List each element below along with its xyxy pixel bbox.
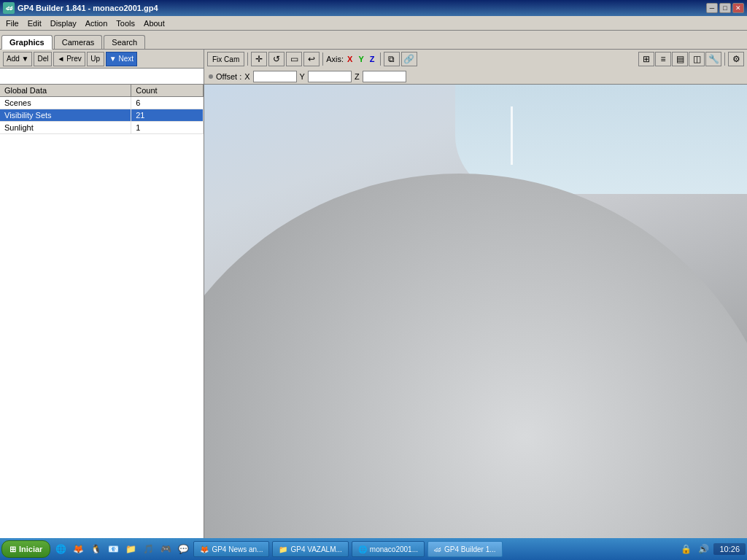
taskbar-item-2-label: GP4 VAZALM... bbox=[290, 545, 341, 553]
taskbar-item-3[interactable]: 🌐 monaco2001... bbox=[352, 541, 425, 557]
taskbar-item-2[interactable]: 📁 GP4 VAZALM... bbox=[272, 541, 348, 557]
taskbar-icon-8[interactable]: 💬 bbox=[176, 542, 190, 556]
app-icon: 🏎 bbox=[3, 2, 15, 14]
menu-display[interactable]: Display bbox=[46, 18, 81, 29]
undo-icon[interactable]: ↩ bbox=[303, 52, 320, 66]
detail-line bbox=[511, 106, 513, 165]
viewport[interactable] bbox=[204, 85, 747, 538]
camera-toolbar: Fix Cam ✛ ↺ ▭ ↩ Axis: X Y Z ⧉ 🔗 ⊞ ≡ ▤ ◫ … bbox=[204, 50, 747, 69]
separator-4 bbox=[724, 52, 725, 66]
view-icon-2[interactable]: ≡ bbox=[655, 52, 671, 66]
separator-3 bbox=[380, 52, 381, 66]
separator-1 bbox=[247, 52, 248, 66]
title-bar-left: 🏎 GP4 Builder 1.841 - monaco2001.gp4 bbox=[3, 2, 158, 14]
prev-button[interactable]: ◄ Prev bbox=[53, 52, 85, 66]
separator-2 bbox=[322, 52, 323, 66]
left-panel: Global Data Count Scenes 6 Visibility Se… bbox=[0, 85, 204, 538]
menu-file[interactable]: File bbox=[1, 18, 23, 29]
offset-bar: Offset : X Y Z bbox=[204, 69, 747, 85]
maximize-button[interactable]: □ bbox=[719, 3, 731, 13]
select-rect-icon[interactable]: ▭ bbox=[286, 52, 302, 66]
taskbar-right-icon-2[interactable]: 🔊 bbox=[696, 542, 711, 556]
add-button[interactable]: Add ▼ bbox=[3, 52, 32, 66]
start-label: Iniciar bbox=[19, 545, 42, 553]
tabs-bar: Graphics Cameras Search bbox=[0, 31, 747, 50]
view-icon-1[interactable]: ⊞ bbox=[638, 52, 654, 66]
offset-x-input[interactable] bbox=[253, 71, 297, 82]
next-button[interactable]: ▼ Next bbox=[106, 52, 137, 66]
clock: 10:26 bbox=[713, 543, 746, 555]
menu-action[interactable]: Action bbox=[81, 18, 112, 29]
menu-edit[interactable]: Edit bbox=[23, 18, 46, 29]
taskbar-item-1-label: GP4 News an... bbox=[212, 545, 263, 553]
windows-icon: ⊞ bbox=[9, 545, 16, 554]
taskbar-item-4-label: GP4 Builder 1... bbox=[444, 545, 496, 553]
row-count: 1 bbox=[131, 122, 204, 134]
close-button[interactable]: ✕ bbox=[732, 3, 744, 13]
taskbar-item-4-icon: 🏎 bbox=[434, 545, 441, 553]
offset-z-input[interactable] bbox=[363, 71, 406, 82]
right-panel bbox=[204, 85, 747, 538]
taskbar-icon-1[interactable]: 🌐 bbox=[53, 542, 68, 556]
taskbar-item-1-icon: 🦊 bbox=[200, 545, 209, 553]
taskbar-icon-4[interactable]: 📧 bbox=[106, 542, 120, 556]
taskbar: ⊞ Iniciar 🌐 🦊 🐧 📧 📁 🎵 🎮 💬 🦊 GP4 News an.… bbox=[0, 538, 747, 560]
rotate-icon[interactable]: ↺ bbox=[268, 52, 285, 66]
row-count: 6 bbox=[131, 97, 204, 109]
table-row[interactable]: Sunlight 1 bbox=[0, 122, 204, 134]
del-button[interactable]: Del bbox=[34, 52, 52, 66]
row-name: Sunlight bbox=[0, 122, 131, 134]
taskbar-right: 🔒 🔊 10:26 bbox=[678, 542, 746, 556]
offset-x-label: X bbox=[244, 72, 249, 81]
view-icon-5[interactable]: 🔧 bbox=[705, 52, 721, 66]
row-name: Scenes bbox=[0, 97, 131, 109]
offset-label: Offset : bbox=[216, 72, 241, 81]
taskbar-item-3-label: monaco2001... bbox=[370, 545, 418, 553]
offset-y-label: Y bbox=[300, 72, 305, 81]
title-bar: 🏎 GP4 Builder 1.841 - monaco2001.gp4 ─ □… bbox=[0, 0, 747, 16]
axis-label: Axis: bbox=[326, 55, 344, 63]
table-row[interactable]: Visibility Sets 21 bbox=[0, 109, 204, 122]
col-header-name: Global Data bbox=[0, 85, 131, 97]
window-title: GP4 Builder 1.841 - monaco2001.gp4 bbox=[18, 4, 158, 12]
axis-y-button[interactable]: Y bbox=[356, 54, 365, 64]
start-button[interactable]: ⊞ Iniciar bbox=[1, 540, 50, 558]
title-bar-controls: ─ □ ✕ bbox=[706, 3, 744, 13]
settings-icon[interactable]: ⚙ bbox=[728, 52, 744, 66]
fix-cam-button[interactable]: Fix Cam bbox=[207, 52, 244, 66]
taskbar-icon-2[interactable]: 🦊 bbox=[71, 542, 85, 556]
table-row[interactable]: Scenes 6 bbox=[0, 97, 204, 109]
taskbar-item-1[interactable]: 🦊 GP4 News an... bbox=[193, 541, 269, 557]
tab-search[interactable]: Search bbox=[104, 35, 145, 49]
tab-graphics[interactable]: Graphics bbox=[1, 35, 53, 50]
row-name: Visibility Sets bbox=[0, 109, 131, 122]
tab-cameras[interactable]: Cameras bbox=[54, 35, 103, 49]
menu-tools[interactable]: Tools bbox=[112, 18, 139, 29]
menu-bar: File Edit Display Action Tools About bbox=[0, 16, 747, 31]
indicator-dot bbox=[209, 74, 213, 79]
taskbar-icon-6[interactable]: 🎵 bbox=[141, 542, 155, 556]
taskbar-icon-7[interactable]: 🎮 bbox=[158, 542, 173, 556]
offset-z-label: Z bbox=[355, 72, 360, 81]
move-icon[interactable]: ✛ bbox=[251, 52, 267, 66]
view-icon-3[interactable]: ▤ bbox=[672, 52, 688, 66]
data-table: Global Data Count Scenes 6 Visibility Se… bbox=[0, 85, 204, 538]
col-header-count: Count bbox=[131, 85, 204, 97]
taskbar-item-3-icon: 🌐 bbox=[358, 545, 367, 553]
taskbar-right-icon-1[interactable]: 🔒 bbox=[678, 542, 693, 556]
taskbar-item-4[interactable]: 🏎 GP4 Builder 1... bbox=[427, 541, 503, 557]
minimize-button[interactable]: ─ bbox=[706, 3, 718, 13]
view-icon-4[interactable]: ◫ bbox=[689, 52, 705, 66]
menu-about[interactable]: About bbox=[139, 18, 169, 29]
axis-z-button[interactable]: Z bbox=[368, 54, 377, 64]
taskbar-icon-3[interactable]: 🐧 bbox=[88, 542, 103, 556]
offset-y-input[interactable] bbox=[308, 71, 352, 82]
taskbar-item-2-icon: 📁 bbox=[279, 545, 287, 553]
axis-x-button[interactable]: X bbox=[345, 54, 355, 64]
action-bar: Add ▼ Del ◄ Prev Up ▼ Next bbox=[0, 50, 204, 69]
up-button[interactable]: Up bbox=[87, 52, 104, 66]
row-count: 21 bbox=[131, 109, 204, 122]
link-icon[interactable]: 🔗 bbox=[401, 52, 417, 66]
copy-icon[interactable]: ⧉ bbox=[384, 52, 400, 66]
taskbar-icon-5[interactable]: 📁 bbox=[123, 542, 138, 556]
